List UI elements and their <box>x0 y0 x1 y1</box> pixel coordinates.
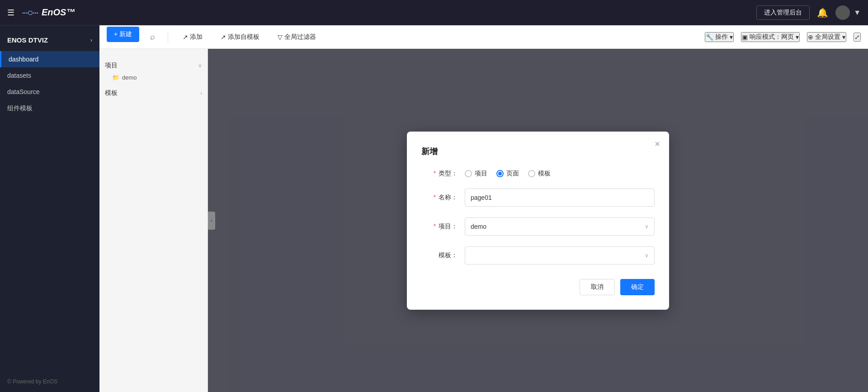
radio-label-page: 页面 <box>506 170 519 178</box>
modal-dialog: 新增 × * 类型： 项目 <box>407 132 669 310</box>
panel-area: 项目 ∨ 📁 demo 模板 › ‹ <box>99 49 868 392</box>
project-select[interactable]: demo ∨ <box>465 217 655 236</box>
add-button[interactable]: ↗ 添加 <box>177 30 208 44</box>
user-area[interactable]: ▼ <box>835 5 861 20</box>
sidebar-item-datasets[interactable]: datasets <box>0 67 99 84</box>
header-left: ☰ ···○··· EnOS™ <box>7 7 75 19</box>
cancel-button[interactable]: 取消 <box>580 279 615 295</box>
radio-template[interactable]: 模板 <box>528 170 551 178</box>
add-icon: ↗ <box>183 33 188 41</box>
name-label-text: 名称： <box>439 194 458 201</box>
toolbar: + 新建 ⌕ ↗ 添加 ↗ 添加自模板 ▽ 全局过滤器 🔧 操作 ▾ <box>99 25 868 49</box>
header-right: 进入管理后台 🔔 ▼ <box>756 5 861 20</box>
header: ☰ ···○··· EnOS™ 进入管理后台 🔔 ▼ <box>0 0 868 25</box>
form-row-type: * 类型： 项目 页面 <box>421 170 655 178</box>
sidebar-brand-label: ENOS DTVIZ <box>7 36 48 44</box>
user-dropdown-icon: ▼ <box>854 9 861 17</box>
project-select-value: demo <box>471 223 486 230</box>
global-filter-button[interactable]: ▽ 全局过滤器 <box>272 30 321 44</box>
sidebar-item-dashboard[interactable]: dashboard <box>0 51 99 67</box>
modal-title: 新增 <box>421 146 655 157</box>
fullscreen-icon: ⤢ <box>854 33 860 41</box>
radio-label-project: 项目 <box>475 170 487 178</box>
template-section: 模板 › <box>105 87 202 99</box>
sidebar-item-label-datasets: datasets <box>7 72 31 79</box>
response-mode-button[interactable]: ▣ 响应模式：网页 ▾ <box>741 32 800 42</box>
avatar <box>835 5 850 20</box>
panel-item-demo[interactable]: 📁 demo <box>105 71 202 84</box>
logo-text: EnOS™ <box>42 7 75 18</box>
wrench-icon: 🔧 <box>706 33 713 41</box>
divider <box>168 32 168 43</box>
add-from-template-button[interactable]: ↗ 添加自模板 <box>215 30 265 44</box>
settings-icon: ⊕ <box>808 33 813 41</box>
modal-footer: 取消 确定 <box>421 279 655 295</box>
radio-circle-project <box>465 170 472 177</box>
name-input[interactable] <box>465 189 655 207</box>
add-from-template-label: 添加自模板 <box>228 33 259 41</box>
template-section-label: 模板 <box>105 89 118 97</box>
radio-circle-template <box>528 170 535 177</box>
response-mode-label: 响应模式：网页 <box>750 33 794 41</box>
sidebar-footer: © Powered by EnOS <box>0 371 99 392</box>
logo-area: ···○··· EnOS™ <box>22 7 75 19</box>
hamburger-icon[interactable]: ☰ <box>7 8 14 18</box>
project-section-label: 项目 <box>105 61 118 70</box>
bell-icon[interactable]: 🔔 <box>817 7 828 18</box>
radio-page[interactable]: 页面 <box>496 170 519 178</box>
sidebar-item-component-template[interactable]: 组件模板 <box>0 100 99 117</box>
operation-button[interactable]: 🔧 操作 ▾ <box>705 32 734 42</box>
operation-dropdown-icon: ▾ <box>730 33 733 41</box>
template-form-control: ∨ <box>465 246 655 264</box>
sidebar-item-label-datasource: dataSource <box>7 88 40 95</box>
search-button[interactable]: ⌕ <box>146 30 159 43</box>
required-star-type: * <box>434 170 436 177</box>
form-label-template: 模板： <box>421 251 458 260</box>
global-settings-button[interactable]: ⊕ 全局设置 ▾ <box>807 32 846 42</box>
main-layout: ENOS DTVIZ › dashboard datasets dataSour… <box>0 25 868 392</box>
powered-by-text: © Powered by EnOS <box>7 378 57 385</box>
type-label-text: 类型： <box>439 170 458 177</box>
add-label: 添加 <box>190 33 203 41</box>
sidebar-brand-arrow-icon: › <box>90 37 92 43</box>
type-radio-group: 项目 页面 模板 <box>465 170 655 178</box>
required-star-project: * <box>434 222 436 230</box>
template-section-header[interactable]: 模板 › <box>105 87 202 99</box>
form-row-name: * 名称： <box>421 189 655 207</box>
sidebar: ENOS DTVIZ › dashboard datasets dataSour… <box>0 25 99 392</box>
main-canvas: ‹ 新增 × * 类型： <box>208 49 868 392</box>
project-section-arrow-icon: ∨ <box>198 62 202 69</box>
modal-close-button[interactable]: × <box>655 139 660 149</box>
radio-circle-page <box>496 170 504 177</box>
project-section-header[interactable]: 项目 ∨ <box>105 60 202 71</box>
sidebar-item-label-component-template: 组件模板 <box>7 104 33 113</box>
project-select-arrow-icon: ∨ <box>645 223 649 230</box>
form-row-template: 模板： ∨ <box>421 246 655 264</box>
form-row-project: * 项目： demo ∨ <box>421 217 655 236</box>
search-icon: ⌕ <box>150 32 155 42</box>
admin-button[interactable]: 进入管理后台 <box>756 5 810 20</box>
radio-project[interactable]: 项目 <box>465 170 487 178</box>
fullscreen-button[interactable]: ⤢ <box>854 33 861 42</box>
sidebar-brand: ENOS DTVIZ › <box>0 33 99 51</box>
form-label-project: * 项目： <box>421 222 458 231</box>
add-template-icon: ↗ <box>221 33 226 41</box>
new-button[interactable]: + 新建 <box>107 27 139 42</box>
modal-overlay: 新增 × * 类型： 项目 <box>208 49 868 392</box>
global-settings-label: 全局设置 <box>815 33 840 41</box>
name-form-control <box>465 189 655 207</box>
project-section: 项目 ∨ 📁 demo <box>105 60 202 84</box>
confirm-button[interactable]: 确定 <box>620 279 655 295</box>
left-panel: 项目 ∨ 📁 demo 模板 › <box>99 49 208 392</box>
template-select[interactable]: ∨ <box>465 246 655 264</box>
sidebar-item-datasource[interactable]: dataSource <box>0 84 99 100</box>
settings-dropdown-icon: ▾ <box>842 33 845 41</box>
content-area: + 新建 ⌕ ↗ 添加 ↗ 添加自模板 ▽ 全局过滤器 🔧 操作 ▾ <box>99 25 868 392</box>
project-form-control: demo ∨ <box>465 217 655 236</box>
form-label-type: * 类型： <box>421 170 458 178</box>
template-select-arrow-icon: ∨ <box>645 252 649 259</box>
radio-label-template: 模板 <box>538 170 551 178</box>
form-label-name: * 名称： <box>421 194 458 202</box>
project-label-text: 项目： <box>439 222 458 230</box>
toolbar-right: 🔧 操作 ▾ ▣ 响应模式：网页 ▾ ⊕ 全局设置 ▾ ⤢ <box>705 32 861 42</box>
